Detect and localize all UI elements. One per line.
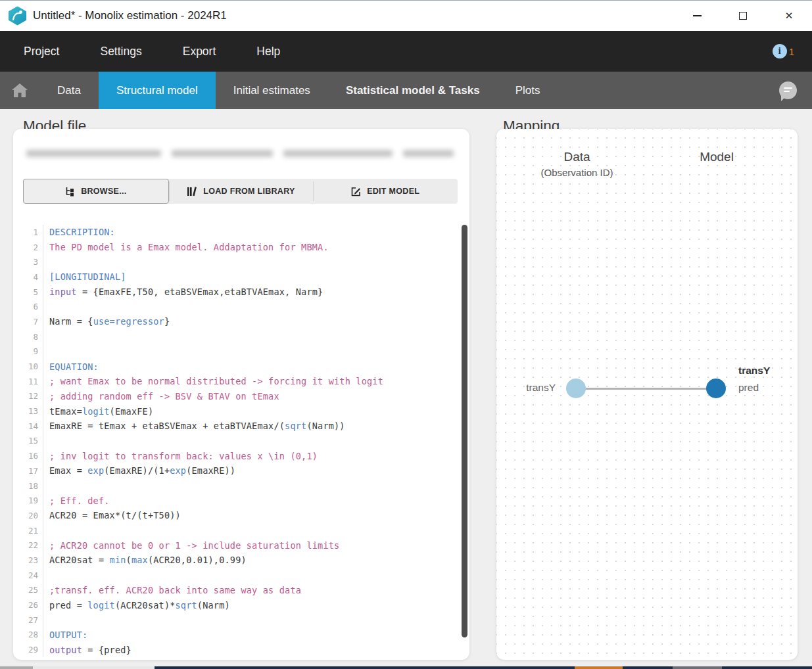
minimize-button[interactable] <box>674 1 720 31</box>
code-line: 7Narm = {use=regressor} <box>21 314 456 329</box>
model-file-card: BROWSE... LOAD FROM LIBRARY EDIT MODEL 1… <box>13 129 469 660</box>
mapping-data-dot[interactable] <box>566 379 586 398</box>
code-line: 24 <box>21 568 456 583</box>
code-line: 3 <box>21 254 456 269</box>
edit-model-button-label: EDIT MODEL <box>367 187 419 196</box>
code-text: EQUATION: <box>43 359 99 374</box>
home-button[interactable] <box>0 72 39 109</box>
menu-export[interactable]: Export <box>183 45 216 58</box>
menu-bar: Project Settings Export Help i 1 <box>0 31 812 72</box>
code-text <box>43 434 49 449</box>
code-line: 8 <box>21 329 456 344</box>
code-line: 25;transf. eff. ACR20 back into same way… <box>21 583 456 598</box>
bottom-strip-navy-1 <box>155 666 575 669</box>
code-text: tEmax=logit(EmaxFE) <box>43 404 153 419</box>
code-line: 27 <box>21 612 456 628</box>
line-number: 14 <box>21 419 43 434</box>
bottom-strip-gray-left <box>0 666 33 669</box>
line-number: 19 <box>21 493 43 508</box>
code-line: 21 <box>21 523 456 538</box>
menu-project[interactable]: Project <box>24 45 59 58</box>
browse-button-label: BROWSE... <box>81 187 126 196</box>
line-number: 17 <box>21 463 43 478</box>
code-line: 1DESCRIPTION: <box>21 225 456 240</box>
code-text: Narm = {use=regressor} <box>43 314 170 329</box>
window-title: Untitled* - Monolix estimation - 2024R1 <box>33 9 227 22</box>
mapping-card: Data (Observation ID) Model transY trans… <box>496 129 798 660</box>
mapping-model-label-pred: pred <box>738 382 759 394</box>
line-number: 23 <box>21 553 43 568</box>
code-text: [LONGITUDINAL] <box>43 269 126 285</box>
bottom-strip-light <box>33 666 155 669</box>
code-text: ACR20sat = min(max(ACR20,0.01),0.99) <box>43 553 247 568</box>
tab-statistical-model-tasks[interactable]: Statistical model & Tasks <box>328 72 498 109</box>
line-number: 6 <box>21 299 43 314</box>
code-line: 14EmaxRE = tEmax + etaBSVEmax + etaBTVAE… <box>21 419 456 434</box>
line-number: 27 <box>21 612 43 628</box>
line-number: 11 <box>21 374 43 389</box>
code-text: ACR20 = Emax*(t/(t+T50)) <box>43 508 181 523</box>
library-books-icon <box>187 187 197 196</box>
code-line: 20ACR20 = Emax*(t/(t+T50)) <box>21 508 456 523</box>
code-text: output = {pred} <box>43 642 131 657</box>
browse-tree-icon <box>65 187 75 196</box>
mapping-column-data: Data <box>496 150 657 164</box>
tab-plots[interactable]: Plots <box>498 72 558 109</box>
mapping-model-label-transY: transY <box>738 365 770 377</box>
mapping-model-dot[interactable] <box>706 379 726 398</box>
model-code-editor[interactable]: 1DESCRIPTION:2The PD model is a Emax mod… <box>21 225 456 657</box>
code-text: ; want Emax to be normal distributed -> … <box>43 374 383 389</box>
line-number: 13 <box>21 404 43 419</box>
mapping-connection-line <box>582 388 711 390</box>
code-text: ;transf. eff. ACR20 back into same way a… <box>43 583 301 598</box>
code-text: Emax = exp(EmaxRE)/(1+exp(EmaxRE)) <box>43 463 235 478</box>
code-line: 26pred = logit(ACR20sat)*sqrt(Narm) <box>21 597 456 612</box>
model-file-actions: BROWSE... LOAD FROM LIBRARY EDIT MODEL <box>23 179 458 204</box>
line-number: 2 <box>21 240 43 255</box>
maximize-icon <box>739 12 747 20</box>
code-text: DESCRIPTION: <box>43 225 115 240</box>
code-line: 9 <box>21 344 456 359</box>
code-text: ; adding random eff -> BSV & BTAV on tEm… <box>43 389 279 404</box>
line-number: 7 <box>21 314 43 329</box>
editor-scrollbar[interactable] <box>462 225 467 637</box>
edit-model-button[interactable]: EDIT MODEL <box>313 179 458 204</box>
maximize-button[interactable] <box>720 1 766 31</box>
code-line: 13tEmax=logit(EmaxFE) <box>21 404 456 419</box>
line-number: 5 <box>21 285 43 300</box>
main-tab-bar: Data Structural model Initial estimates … <box>0 72 812 109</box>
code-text: ; Eff. def. <box>43 493 110 508</box>
mapping-data-label-transY: transY <box>515 382 556 394</box>
bottom-strip-gray-mid <box>673 666 722 669</box>
code-line: 6 <box>21 299 456 314</box>
bottom-strip-navy-2 <box>623 666 673 669</box>
code-line: 11; want Emax to be normal distributed -… <box>21 374 456 389</box>
tab-data[interactable]: Data <box>39 72 99 109</box>
code-text <box>43 299 49 314</box>
menu-help[interactable]: Help <box>256 45 280 58</box>
line-number: 21 <box>21 523 43 538</box>
tab-structural-model[interactable]: Structural model <box>99 72 216 109</box>
code-line: 29output = {pred} <box>21 642 456 657</box>
code-line: 18 <box>21 478 456 494</box>
close-button[interactable]: ✕ <box>766 1 812 31</box>
browse-button[interactable]: BROWSE... <box>23 179 169 204</box>
line-number: 29 <box>21 642 43 657</box>
line-number: 10 <box>21 359 43 374</box>
monolix-app-icon <box>9 7 26 26</box>
notification-badge[interactable]: i 1 <box>773 44 794 58</box>
code-text <box>43 612 49 628</box>
code-text <box>43 329 49 344</box>
feedback-button[interactable] <box>779 81 798 100</box>
code-text <box>43 568 49 583</box>
code-line: 15 <box>21 434 456 449</box>
mapping-column-data-sub: (Observation ID) <box>496 167 657 178</box>
line-number: 16 <box>21 448 43 463</box>
line-number: 3 <box>21 254 43 269</box>
menu-settings[interactable]: Settings <box>100 45 141 58</box>
load-from-library-button[interactable]: LOAD FROM LIBRARY <box>169 179 314 204</box>
tab-initial-estimates[interactable]: Initial estimates <box>216 72 328 109</box>
code-text: ; ACR20 cannot be 0 or 1 -> include satu… <box>43 538 339 553</box>
code-text <box>43 523 49 538</box>
line-number: 8 <box>21 329 43 344</box>
